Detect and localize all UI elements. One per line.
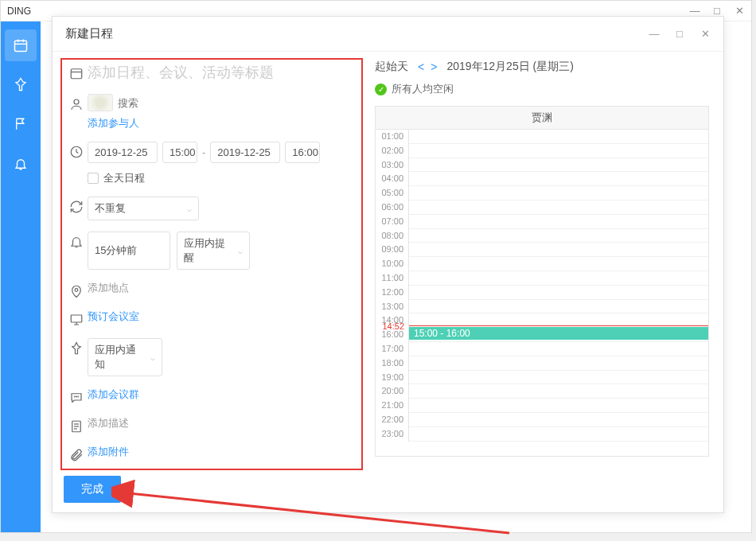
hour-cell[interactable] [409,371,708,385]
app-title: DING [7,6,689,17]
monitor-icon [65,309,88,327]
hour-cell[interactable] [409,243,708,257]
hour-cell[interactable] [409,172,708,186]
hour-label: 01:00 [376,130,409,144]
hour-cell[interactable] [409,200,708,215]
hour-row: 17:00 [376,342,708,356]
notify-type-select[interactable]: 应用内通知 ⌵ [88,338,162,376]
hour-row: 09:00 [376,243,708,257]
svg-point-11 [76,396,77,397]
hour-row: 02:00 [376,144,708,158]
dialog-body: 添加参与人 2019-12-25 15:00 - 2019-12-25 [53,52,723,512]
reminder-before-select[interactable]: 15分钟前 [88,232,170,270]
add-attachment-link[interactable]: 添加附件 [88,445,129,459]
hour-label: 18:00 [376,356,409,371]
hour-label: 20:00 [376,384,409,399]
dialog-minimize-button[interactable]: — [649,28,660,40]
hour-label: 22:00 [376,413,409,427]
bell-icon [65,232,88,249]
check-circle-icon: ✓ [375,84,387,95]
participant-avatar[interactable] [88,94,113,111]
prev-day-button[interactable]: < [416,60,426,73]
close-button[interactable]: ✕ [734,5,745,17]
hour-cell[interactable] [409,215,708,229]
add-participant-link[interactable]: 添加参与人 [88,116,139,130]
sidebar-pin-icon[interactable] [12,76,29,93]
hour-row: 04:00 [376,172,708,186]
calendar-grid: 贾渊 01:0002:0003:0004:0005:0006:0007:0008… [375,106,709,457]
hour-cell[interactable] [409,257,708,271]
hour-cell[interactable] [409,413,708,427]
start-day-label: 起始天 [375,60,408,74]
location-input[interactable]: 添加地点 [88,282,129,294]
hour-row: 12:00 [376,286,708,300]
hour-cell[interactable] [409,384,708,399]
add-group-link[interactable]: 添加会议群 [88,387,139,402]
all-day-checkbox[interactable] [88,173,99,184]
hour-cell[interactable] [409,286,708,300]
person-column-header: 贾渊 [376,107,708,130]
calendar-icon [65,63,88,80]
complete-button[interactable]: 完成 [64,476,121,503]
chevron-down-icon: ⌵ [238,247,243,255]
hour-label: 12:00 [376,286,409,300]
hour-cell[interactable] [409,356,708,371]
hour-label: 05:00 [376,186,409,200]
start-date-input[interactable]: 2019-12-25 [88,142,158,163]
maximize-button[interactable]: □ [711,5,723,17]
start-time-input[interactable]: 15:00 [162,142,197,163]
reminder-before-value: 15分钟前 [95,243,137,258]
end-date-input[interactable]: 2019-12-25 [210,142,280,163]
svg-point-6 [74,99,79,104]
hour-label: 11:00 [376,271,409,286]
next-day-button[interactable]: > [429,60,438,73]
hour-label: 02:00 [376,144,409,158]
minimize-button[interactable]: — [689,5,700,17]
dialog-close-button[interactable]: ✕ [699,28,711,40]
dialog-header: 新建日程 — □ ✕ [53,17,723,52]
hour-row: 21:00 [376,399,708,413]
repeat-select-value: 不重复 [95,201,126,216]
hour-cell[interactable] [409,158,708,173]
pin-icon [65,338,88,356]
sidebar-calendar-icon[interactable] [5,29,37,61]
hour-row: 19:00 [376,371,708,385]
svg-rect-0 [15,41,27,51]
now-time-label: 14:52 [376,321,409,331]
hour-cell[interactable] [409,130,708,144]
hour-cell[interactable] [409,427,708,442]
calendar-column: 起始天 < > 2019年12月25日 (星期三) ✓ 所有人均空闲 贾渊 01… [367,52,723,512]
hour-cell[interactable] [409,229,708,243]
repeat-select[interactable]: 不重复 ⌵ [88,197,199,220]
event-title-input[interactable] [88,63,355,83]
end-time-input[interactable]: 16:00 [285,142,320,163]
hour-cell[interactable] [409,399,708,413]
sidebar-flag-icon[interactable] [12,115,29,133]
dialog-window-controls: — □ ✕ [649,28,711,40]
hour-label: 08:00 [376,229,409,243]
description-input[interactable]: 添加描述 [88,417,129,429]
hour-label: 19:00 [376,371,409,385]
event-block[interactable]: 15:00 - 16:00 [409,327,708,340]
hour-cell[interactable] [409,342,708,356]
hour-cell[interactable] [409,144,708,158]
hour-cell[interactable] [409,300,708,314]
participant-search-input[interactable] [118,97,355,109]
hour-label: 10:00 [376,257,409,271]
date-separator: - [202,146,205,158]
svg-point-10 [74,396,75,397]
book-room-link[interactable]: 预订会议室 [88,309,139,324]
attachment-icon [65,445,88,462]
hour-grid[interactable]: 01:0002:0003:0004:0005:0006:0007:0008:00… [376,130,708,456]
hour-row: 03:00 [376,158,708,173]
form-highlight-box: 添加参与人 2019-12-25 15:00 - 2019-12-25 [60,58,363,470]
hour-cell[interactable] [409,186,708,200]
hour-label: 09:00 [376,243,409,257]
sidebar-bell-icon[interactable] [12,155,29,173]
hour-label: 06:00 [376,200,409,215]
svg-rect-4 [71,69,82,79]
doc-icon [65,416,88,434]
hour-cell[interactable] [409,271,708,286]
dialog-maximize-button[interactable]: □ [674,28,685,40]
reminder-type-select[interactable]: 应用内提醒 ⌵ [177,232,250,270]
